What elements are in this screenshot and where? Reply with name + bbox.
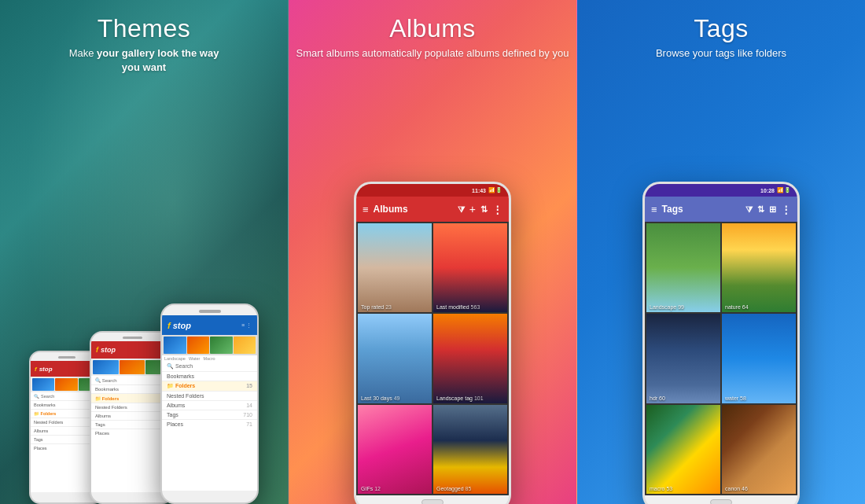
tags-status-time: 10:28: [760, 188, 775, 193]
tag-cell-macro: macro 53: [646, 405, 720, 494]
tags-toolbar-title: Tags: [662, 204, 683, 215]
phone-front: f stop ≡ ⋮ LandscapeWaterMacro 🔍 Search …: [160, 304, 259, 504]
albums-toolbar: ≡ Albums ⧩ + ⇅ ⋮: [356, 197, 509, 222]
albums-phone: 11:43 📶🔋 ≡ Albums ⧩ + ⇅ ⋮ Top rated 23 L…: [354, 182, 511, 504]
tags-more-icon: ⋮: [781, 204, 791, 215]
album-label-toprated: Top rated 23: [361, 304, 392, 310]
albums-grid: Top rated 23 Last modified 563 Last 30 d…: [356, 222, 509, 495]
tags-toolbar: ≡ Tags ⧩ ⇅ ⊞ ⋮: [645, 197, 797, 222]
themes-title-block: Themes Make your gallery look the wayyou…: [0, 0, 288, 75]
tags-grid-icon: ⊞: [769, 204, 776, 215]
albums-filter-icon: ⧩: [458, 204, 465, 215]
album-cell-last30: Last 30 days 49: [358, 314, 432, 403]
themes-subtitle: Make your gallery look the wayyou want: [0, 46, 288, 75]
tag-cell-hdr: hdr 60: [646, 314, 720, 403]
album-label-gifs: GIFs 12: [361, 486, 381, 491]
tag-label-hdr: hdr 60: [650, 395, 665, 401]
tag-cell-landscape: Landscape 99: [646, 223, 720, 312]
tags-sort-icon: ⇅: [757, 204, 764, 215]
tag-label-canon: canon 46: [725, 486, 748, 491]
themes-heading: Themes: [0, 14, 288, 43]
album-cell-lastmod: Last modified 563: [433, 223, 507, 312]
tags-grid: Landscape 99 nature 64 hdr 60 water 58 m…: [645, 222, 797, 495]
tag-cell-water: water 58: [722, 314, 796, 403]
tags-filter-icon: ⧩: [745, 204, 753, 215]
albums-menu-icon: ≡: [363, 204, 369, 215]
albums-toolbar-title: Albums: [374, 204, 408, 215]
album-cell-landscapetag: Landscape tag 101: [433, 314, 507, 403]
tags-phone: 10:28 📶🔋 ≡ Tags ⧩ ⇅ ⊞ ⋮ Landscape 99 nat…: [642, 182, 800, 504]
album-label-geotagged: Geotagged 85: [436, 486, 471, 491]
tags-menu-icon: ≡: [651, 204, 657, 215]
albums-add-icon: +: [469, 203, 476, 215]
album-label-last30: Last 30 days 49: [361, 395, 399, 401]
tag-label-macro: macro 53: [650, 486, 672, 491]
themes-panel: Themes Make your gallery look the wayyou…: [0, 0, 289, 504]
album-label-lastmod: Last modified 563: [436, 304, 480, 310]
themes-phones-group: f stop 🔍 Search Bookmarks 📁 Folders Nest…: [0, 304, 288, 504]
tags-title-block: Tags Browse your tags like folders: [577, 0, 865, 61]
albums-title-block: Albums Smart albums automatically popula…: [289, 0, 576, 61]
albums-more-icon: ⋮: [492, 204, 502, 215]
album-cell-gifs: GIFs 12: [358, 405, 432, 494]
album-cell-geotagged: Geotagged 85: [433, 405, 507, 494]
albums-panel: Albums Smart albums automatically popula…: [289, 0, 577, 504]
tags-panel: Tags Browse your tags like folders 10:28…: [577, 0, 865, 504]
album-label-landscapetag: Landscape tag 101: [436, 395, 484, 401]
tags-heading: Tags: [577, 14, 865, 43]
tag-cell-canon: canon 46: [722, 405, 796, 494]
album-cell-toprated: Top rated 23: [358, 223, 432, 312]
tags-subtitle: Browse your tags like folders: [577, 46, 865, 61]
tag-label-water: water 58: [725, 395, 746, 401]
tag-cell-nature: nature 64: [722, 223, 796, 312]
albums-sort-icon: ⇅: [480, 204, 488, 215]
tag-label-nature: nature 64: [725, 304, 749, 310]
tag-label-landscape: Landscape 99: [650, 304, 684, 310]
albums-status-time: 11:43: [472, 188, 486, 193]
albums-subtitle: Smart albums automatically populate albu…: [289, 46, 576, 61]
albums-heading: Albums: [289, 14, 576, 43]
